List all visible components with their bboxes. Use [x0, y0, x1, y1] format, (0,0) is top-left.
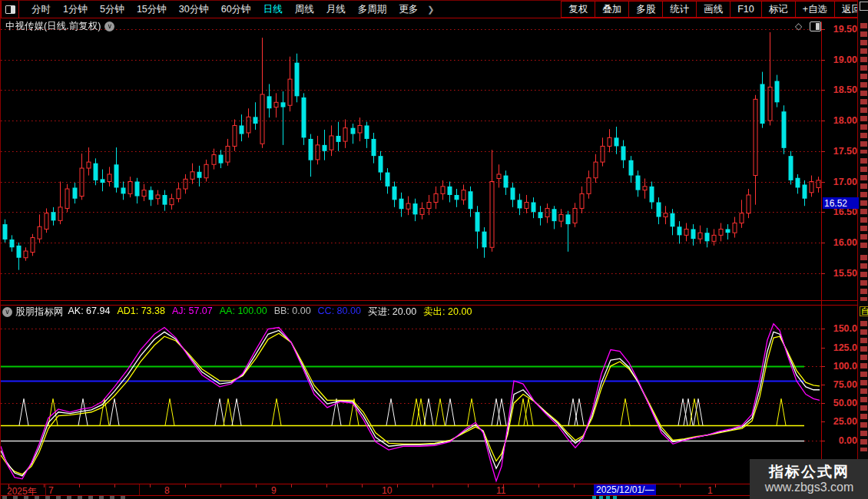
nav-tab-2[interactable]: 5分钟 — [94, 3, 131, 16]
price-axis-tick — [821, 243, 825, 243]
indicator-axis-tick — [821, 366, 825, 367]
indicator-axis-tick — [821, 421, 825, 422]
price-axis-label-8: 15.50 — [823, 268, 857, 279]
sidebar-vertical-text-4 — [860, 321, 867, 451]
nav-tab-9[interactable]: 多周期 — [352, 3, 393, 16]
indicator-value-BB: BB: 0.00 — [274, 306, 311, 319]
timeline-label-4: 10 — [382, 485, 392, 496]
toolbar-button-7[interactable]: +自选 — [795, 1, 835, 18]
trading-app-window: 分时1分钟5分钟15分钟30分钟60分钟日线周线月线多周期更多❯ 复权叠加多股统… — [0, 0, 868, 499]
brand-title: 指标公式网 — [769, 464, 850, 481]
brand-url: www.zbgs3.com — [765, 481, 854, 494]
indicator-value-CC: CC: 80.00 — [318, 306, 361, 319]
timeline-label-3: 9 — [271, 485, 277, 496]
price-axis-label-2: 18.50 — [823, 84, 857, 95]
toolbar-button-0[interactable]: 复权 — [561, 1, 595, 18]
candlestick-chart-canvas[interactable] — [1, 21, 821, 300]
indicator-value-买进: 买进: 20.00 — [368, 306, 416, 319]
indicator-axis-tick — [821, 441, 825, 441]
indicator-axis-label-5: 25.00 — [823, 416, 857, 427]
timeline-label-2: 8 — [164, 485, 170, 496]
indicator-header: ∨ 股朋指标网 AK: 67.94AD1: 73.38AJ: 57.07AA: … — [2, 306, 472, 317]
price-axis-tick — [821, 29, 825, 30]
price-axis-label-3: 18.00 — [823, 115, 857, 126]
indicator-axis-label-6: 0.00 — [823, 435, 857, 446]
title-right-icons: ◇ — [795, 21, 821, 31]
split-window-icon[interactable] — [810, 21, 821, 31]
panel-layout-icon — [5, 5, 15, 14]
price-axis-tick — [821, 90, 825, 91]
sidebar-vertical-text-2 — [860, 158, 867, 250]
sidebar-vertical-text-3 — [860, 255, 867, 301]
top-menu-bar: 分时1分钟5分钟15分钟30分钟60分钟日线周线月线多周期更多❯ 复权叠加多股统… — [1, 0, 868, 18]
indicator-value-AA: AA: 100.00 — [220, 306, 267, 319]
indicator-chart-canvas[interactable] — [1, 318, 821, 484]
indicator-value-AK: AK: 67.94 — [68, 306, 111, 319]
right-edge-sidebar[interactable]: 自 — [857, 0, 868, 499]
last-price-tag: 16.52 — [823, 197, 859, 209]
nav-tab-more[interactable]: 更多 — [393, 3, 424, 16]
timeline-label-7: 1 — [707, 485, 713, 496]
indicator-axis-tick — [821, 385, 825, 385]
indicator-axis-label-0: 150.0 — [823, 323, 857, 334]
price-axis-label-4: 17.50 — [823, 146, 857, 157]
diamond-icon[interactable]: ◇ — [795, 21, 802, 31]
indicator-axis-tick — [821, 403, 825, 404]
nav-tab-0[interactable]: 分时 — [25, 3, 57, 16]
price-axis-tick — [821, 121, 825, 121]
price-axis-tick — [821, 151, 825, 152]
indicator-value-卖出: 卖出: 20.00 — [423, 306, 472, 319]
chart-title-row: 中视传媒(日线.前复权) ∨ — [5, 20, 114, 32]
more-chevron-icon[interactable]: ❯ — [424, 5, 437, 15]
indicator-values: AK: 67.94AD1: 73.38AJ: 57.07AA: 100.00BB… — [68, 306, 472, 319]
nav-tab-8[interactable]: 月线 — [320, 3, 352, 16]
price-axis-tick — [821, 182, 825, 183]
nav-tab-7[interactable]: 周线 — [289, 3, 320, 16]
price-axis-label-7: 16.00 — [823, 237, 857, 248]
watermark-brand-box: 指标公式网 www.zbgs3.com — [750, 459, 868, 499]
timeline-axis[interactable]: 2025年78910112025/12/01/—1 — [1, 484, 857, 496]
panel-divider[interactable] — [1, 300, 857, 301]
indicator-value-AJ: AJ: 57.07 — [172, 306, 213, 319]
price-axis-label-1: 19.00 — [823, 55, 857, 65]
timeline-label-1: 7 — [48, 485, 54, 496]
toolbar-button-2[interactable]: 多股 — [628, 1, 663, 18]
right-toolbar: 复权叠加多股统计画线F10标记+自选返回 — [562, 1, 868, 18]
indicator-axis-label-1: 125.0 — [823, 342, 857, 353]
chevron-down-icon[interactable]: ∨ — [104, 21, 114, 31]
indicator-axis-label-3: 75.00 — [823, 379, 857, 390]
clipped-status-icons — [592, 496, 620, 499]
indicator-axis-tick — [821, 348, 825, 349]
timeline-label-6[interactable]: 2025/12/01/— — [594, 484, 656, 495]
indicator-axis-label-4: 50.00 — [823, 398, 857, 408]
price-axis-label-5: 17.00 — [823, 177, 857, 187]
timeline-separator — [45, 484, 46, 495]
nav-tab-4[interactable]: 30分钟 — [173, 3, 215, 16]
toolbar-button-6[interactable]: 标记 — [761, 1, 796, 18]
toolbar-button-5[interactable]: F10 — [730, 1, 762, 18]
sidebar-auto-tab[interactable]: 自 — [860, 306, 868, 316]
sidebar-vertical-text-1 — [860, 23, 867, 154]
timeline-label-5: 11 — [496, 485, 505, 496]
price-axis-label-0: 19.50 — [823, 24, 857, 35]
price-axis-tick — [821, 212, 825, 213]
toolbar-button-1[interactable]: 叠加 — [595, 1, 629, 18]
sidebar-top-icon[interactable] — [860, 2, 868, 11]
indicator-value-AD1: AD1: 73.38 — [117, 306, 165, 319]
nav-tab-3[interactable]: 15分钟 — [131, 3, 173, 16]
timeline-ticks — [8, 484, 821, 487]
toolbar-button-4[interactable]: 画线 — [696, 1, 731, 18]
indicator-axis-label-2: 100.0 — [823, 361, 857, 372]
nav-tab-5[interactable]: 60分钟 — [215, 3, 257, 16]
toolbar-button-3[interactable]: 统计 — [662, 1, 697, 18]
price-axis-tick — [821, 273, 825, 274]
price-axis-tick — [821, 60, 825, 61]
nav-tab-1[interactable]: 1分钟 — [57, 3, 94, 16]
indicator-chevron-icon[interactable]: ∨ — [2, 307, 12, 317]
nav-tab-6[interactable]: 日线 — [257, 3, 289, 16]
indicator-source-label: 股朋指标网 — [15, 306, 64, 319]
window-panel-icon[interactable] — [1, 1, 19, 18]
bottom-clipped-row — [1, 496, 857, 499]
timeline-separator — [139, 484, 140, 495]
stock-title: 中视传媒(日线.前复权) — [5, 20, 101, 33]
